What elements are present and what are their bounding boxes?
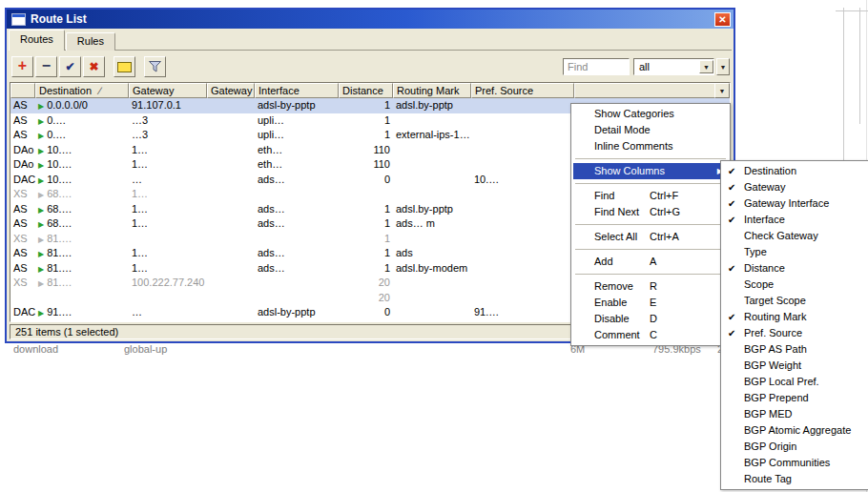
route-destination: ▶81.…	[35, 276, 129, 291]
submenu-item-bgp-prepend[interactable]: BGP Prepend	[723, 390, 867, 406]
route-state-icon: ▶	[38, 174, 44, 188]
submenu-item-bgp-origin[interactable]: BGP Origin	[723, 439, 867, 455]
close-button[interactable]: ✕	[714, 12, 731, 27]
route-interface: upli…	[255, 128, 339, 143]
column-header-distance[interactable]: Distance	[339, 83, 393, 98]
filter-button[interactable]	[144, 56, 166, 77]
submenu-item-scope[interactable]: Scope	[723, 277, 867, 293]
route-routing-mark	[393, 187, 471, 202]
column-header-gateway[interactable]: Gateway ...	[207, 83, 255, 98]
submenu-item-gateway[interactable]: ✔Gateway	[723, 179, 867, 195]
submenu-item-bgp-communities[interactable]: BGP Communities	[723, 455, 867, 471]
submenu-item-distance[interactable]: ✔Distance	[723, 260, 867, 277]
comment-button[interactable]	[114, 56, 135, 77]
disable-button[interactable]: ✖	[83, 56, 105, 77]
route-state-icon: ▶	[38, 158, 44, 173]
menu-item-show-categories[interactable]: Show Categories	[573, 106, 728, 122]
route-distance: 1	[339, 246, 393, 261]
column-header-interface[interactable]: Interface	[255, 83, 339, 98]
check-icon: ✔	[65, 60, 74, 73]
extra-dropdown-button[interactable]: ▼	[716, 58, 730, 75]
route-flags: AS	[10, 216, 35, 232]
route-flags: AS	[10, 261, 35, 277]
tab-rules[interactable]: Rules	[66, 32, 115, 51]
enable-button[interactable]: ✔	[59, 56, 81, 77]
add-button[interactable]: +	[11, 56, 33, 77]
menu-item-enable[interactable]: EnableE	[573, 295, 728, 311]
route-gateway-interface	[207, 232, 255, 247]
route-distance: 1	[339, 113, 393, 129]
column-header-gateway[interactable]: Gateway	[129, 83, 207, 98]
menu-item-select-all[interactable]: Select AllCtrl+A	[573, 229, 728, 245]
submenu-item-bgp-med[interactable]: BGP MED	[723, 406, 867, 422]
route-interface: ads…	[255, 173, 339, 188]
tab-routes[interactable]: Routes	[9, 30, 65, 51]
menu-separator	[575, 158, 726, 159]
menu-item-disable[interactable]: DisableD	[573, 311, 728, 327]
route-state-icon: ▶	[38, 188, 44, 202]
submenu-item-type[interactable]: Type	[723, 244, 867, 260]
submenu-item-gateway-interface[interactable]: ✔Gateway Interface	[723, 195, 867, 212]
menu-item-add[interactable]: AddA	[573, 254, 728, 270]
submenu-item-destination[interactable]: ✔Destination	[723, 163, 867, 179]
column-header-pref-source[interactable]: Pref. Source	[471, 83, 574, 98]
route-gateway-interface	[207, 305, 255, 320]
route-gateway	[129, 291, 207, 306]
route-gateway: 1…	[129, 261, 207, 277]
route-gateway-interface	[207, 291, 255, 306]
route-destination	[35, 291, 129, 306]
route-gateway-interface	[207, 246, 255, 261]
route-state-icon: ▶	[38, 129, 44, 143]
route-distance: 0	[339, 173, 393, 188]
menu-item-find-next[interactable]: Find NextCtrl+G	[573, 204, 728, 220]
filter-dropdown[interactable]: all ▼	[633, 58, 714, 75]
column-header-destination[interactable]: Destination∕	[35, 83, 129, 98]
column-header-flags[interactable]	[10, 83, 35, 98]
route-flags: AS	[10, 98, 35, 113]
route-gateway-interface	[207, 113, 255, 129]
submenu-item-routing-mark[interactable]: ✔Routing Mark	[723, 309, 867, 325]
submenu-item-route-tag[interactable]: Route Tag	[723, 471, 867, 487]
route-flags: DAC	[10, 173, 35, 188]
route-destination: ▶0.0.0.0/0	[35, 98, 129, 113]
find-input[interactable]	[563, 58, 630, 75]
route-flags	[10, 291, 35, 306]
route-gateway-interface	[207, 173, 255, 188]
toolbar: + − ✔ ✖ all ▼ ▼	[11, 54, 730, 79]
menu-item-detail-mode[interactable]: Detail Mode	[573, 122, 728, 138]
tabstrip: Routes Rules	[9, 31, 116, 51]
submenu-item-target-scope[interactable]: Target Scope	[723, 293, 867, 309]
menu-item-inline-comments[interactable]: Inline Comments	[573, 138, 728, 154]
titlebar[interactable]: Route List ✕	[7, 10, 734, 29]
submenu-item-bgp-atomic-aggregate[interactable]: BGP Atomic Aggregate	[723, 422, 867, 439]
menu-item-remove[interactable]: RemoveR	[573, 278, 728, 295]
menu-item-find[interactable]: FindCtrl+F	[573, 188, 728, 204]
submenu-item-bgp-local-pref[interactable]: BGP Local Pref.	[723, 374, 867, 390]
route-destination: ▶68.…	[35, 187, 129, 202]
column-header-routing-mark[interactable]: Routing Mark	[393, 83, 471, 98]
route-pref-source	[471, 276, 574, 291]
submenu-item-pref-source[interactable]: ✔Pref. Source	[723, 325, 867, 341]
menu-separator	[575, 183, 726, 184]
check-icon: ✔	[728, 260, 735, 277]
menu-item-comment[interactable]: CommentC	[573, 327, 728, 343]
route-gateway-interface	[207, 216, 255, 232]
remove-button[interactable]: −	[35, 56, 57, 77]
submenu-item-bgp-weight[interactable]: BGP Weight	[723, 358, 867, 374]
submenu-item-check-gateway[interactable]: Check Gateway	[723, 228, 867, 244]
menu-item-show-columns[interactable]: Show Columns▶	[573, 163, 728, 179]
route-interface: ads…	[255, 246, 339, 261]
chevron-down-icon[interactable]: ▼	[699, 60, 713, 73]
plus-icon: +	[18, 57, 27, 74]
submenu-item-bgp-as-path[interactable]: BGP AS Path	[723, 341, 867, 358]
route-pref-source	[471, 216, 574, 232]
route-distance: 1	[339, 128, 393, 143]
route-distance: 1	[339, 98, 393, 113]
route-destination: ▶68.…	[35, 216, 129, 232]
column-header-filler	[574, 83, 730, 98]
route-gateway-interface	[207, 98, 255, 113]
submenu-item-interface[interactable]: ✔Interface	[723, 212, 867, 228]
route-state-icon: ▶	[38, 203, 44, 217]
column-chooser-button[interactable]: ▼	[714, 83, 730, 98]
route-flags: DAo	[10, 143, 35, 158]
